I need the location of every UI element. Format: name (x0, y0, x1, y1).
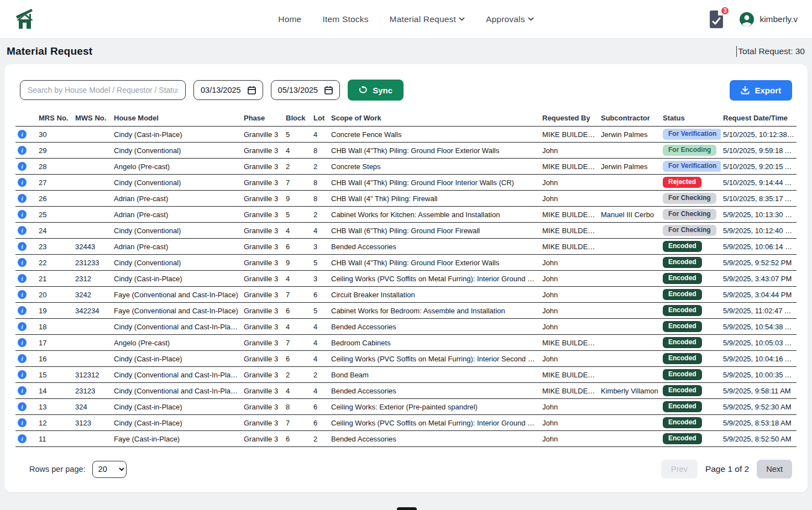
cell-scope: Bended Accessories (329, 383, 540, 399)
app-logo[interactable] (14, 8, 180, 30)
cell-phase: Granville 3 (242, 351, 284, 367)
material-request-panel: 03/13/2025 05/13/2025 (4, 64, 808, 492)
cell-lot: 5 (311, 255, 329, 271)
cell-phase: Granville 3 (242, 335, 284, 351)
table-row: i203242Faye (Conventional and Cast-In-Pl… (15, 287, 797, 303)
cell-mws: 3123 (73, 415, 112, 431)
cell-lot: 4 (311, 319, 329, 335)
nav-item-material-request[interactable]: Material Request (390, 14, 465, 24)
cell-scope: Ceiling Works (PVC Soffits on Metal Furr… (329, 351, 540, 367)
nav-item-home[interactable]: Home (278, 14, 301, 24)
status-badge: Encoded (663, 417, 702, 429)
cell-house_model: Adrian (Pre-cast) (112, 207, 242, 223)
sync-button[interactable]: Sync (348, 80, 404, 101)
page-header: Material Request Total Request: 30 (0, 39, 812, 64)
info-icon[interactable]: i (18, 258, 27, 267)
cell-mws (73, 351, 112, 367)
cell-datetime: 5/9/2025, 3:04:44 PM (721, 287, 797, 303)
export-button[interactable]: Export (730, 80, 792, 101)
cell-status: Encoded (661, 367, 721, 383)
info-icon[interactable]: i (18, 322, 27, 331)
status-badge: For Verification (663, 161, 721, 172)
info-icon[interactable]: i (18, 354, 27, 363)
cell-subcontractor (599, 335, 661, 351)
table-row: i25Adrian (Pre-cast)Granville 352Cabinet… (15, 207, 797, 223)
info-icon[interactable]: i (18, 178, 27, 187)
info-icon[interactable]: i (18, 402, 27, 411)
column-header: Request Date/Time (721, 111, 797, 127)
cell-block: 7 (284, 175, 311, 191)
user-menu[interactable]: kimberly.v (739, 12, 798, 27)
info-icon[interactable]: i (18, 418, 27, 427)
cell-house_model: Cindy (Cast-in-Place) (112, 271, 242, 287)
info-icon[interactable]: i (18, 306, 27, 315)
info-icon[interactable]: i (18, 338, 27, 347)
status-badge: Encoded (663, 289, 702, 301)
cell-subcontractor (599, 223, 661, 239)
nav-item-approvals[interactable]: Approvals (486, 14, 534, 24)
cell-requested_by: John (540, 191, 599, 207)
total-request-counter: Total Request: 30 (736, 46, 805, 57)
cell-mrs: 21 (36, 271, 73, 287)
rows-per-page-select[interactable]: 20 (92, 461, 127, 478)
info-icon[interactable]: i (18, 162, 27, 171)
status-badge: Encoded (663, 369, 702, 381)
cell-datetime: 5/9/2025, 10:06:14 PM (721, 239, 797, 255)
cell-lot: 5 (311, 303, 329, 319)
status-badge: Encoded (663, 321, 702, 333)
info-icon[interactable]: i (18, 146, 27, 155)
cell-status: Encoded (661, 351, 721, 367)
info-icon[interactable]: i (18, 242, 27, 251)
prev-page-button[interactable]: Prev (661, 460, 698, 479)
cell-mrs: 18 (36, 319, 73, 335)
page-title: Material Request (7, 45, 92, 57)
cell-mws: 312312 (73, 367, 112, 383)
cell-house_model: Cindy (Conventional) (112, 175, 242, 191)
cell-subcontractor (599, 287, 661, 303)
column-header: Phase (242, 111, 284, 127)
info-icon[interactable]: i (18, 210, 27, 219)
cell-block: 7 (284, 335, 311, 351)
cell-lot: 3 (311, 239, 329, 255)
date-to-input[interactable]: 05/13/2025 (271, 80, 340, 100)
cell-house_model: Cindy (Conventional and Cast-In-Place) (112, 383, 242, 399)
cell-phase: Granville 3 (242, 127, 284, 143)
info-icon[interactable]: i (18, 226, 27, 235)
cell-status: Encoded (661, 383, 721, 399)
date-from-input[interactable]: 03/13/2025 (193, 80, 263, 100)
info-icon[interactable]: i (18, 194, 27, 203)
cell-block: 2 (284, 159, 311, 175)
cell-mws (73, 207, 112, 223)
table-row: i18Cindy (Conventional and Cast-In-Place… (15, 319, 797, 335)
status-badge: For Checking (663, 193, 716, 204)
info-icon[interactable]: i (18, 434, 27, 443)
username-label: kimberly.v (759, 14, 798, 24)
info-icon[interactable]: i (18, 370, 27, 379)
cell-house_model: Angelo (Pre-cast) (112, 159, 242, 175)
info-icon[interactable]: i (18, 290, 27, 299)
cell-house_model: Cindy (Conventional) (112, 143, 242, 159)
cell-phase: Granville 3 (242, 223, 284, 239)
cell-status: Encoded (661, 303, 721, 319)
info-icon[interactable]: i (18, 386, 27, 395)
info-icon[interactable]: i (18, 130, 27, 139)
cell-subcontractor (599, 431, 661, 447)
user-avatar-icon (739, 12, 755, 27)
cell-datetime: 5/10/2025, 8:35:17 AM (721, 191, 797, 207)
table-row: i123123Cindy (Cast-in-Place)Granville 37… (15, 415, 797, 431)
cell-mws: 2312 (73, 271, 112, 287)
cell-mrs: 28 (36, 159, 73, 175)
cell-requested_by: MIKE BUILDERS (540, 127, 599, 143)
cell-datetime: 5/9/2025, 10:12:40 PM (721, 223, 797, 239)
nav-item-item-stocks[interactable]: Item Stocks (322, 14, 368, 24)
search-input[interactable] (20, 80, 186, 100)
status-badge: Encoded (663, 353, 702, 365)
cell-mrs: 12 (36, 415, 73, 431)
next-page-button[interactable]: Next (757, 460, 792, 479)
cell-block: 4 (284, 143, 311, 159)
cell-requested_by: MIKE BUILDERS (540, 335, 599, 351)
cell-subcontractor (599, 351, 661, 367)
cell-mws: 23123 (73, 383, 112, 399)
notifications-button[interactable]: 3 (708, 10, 725, 29)
info-icon[interactable]: i (18, 274, 27, 283)
